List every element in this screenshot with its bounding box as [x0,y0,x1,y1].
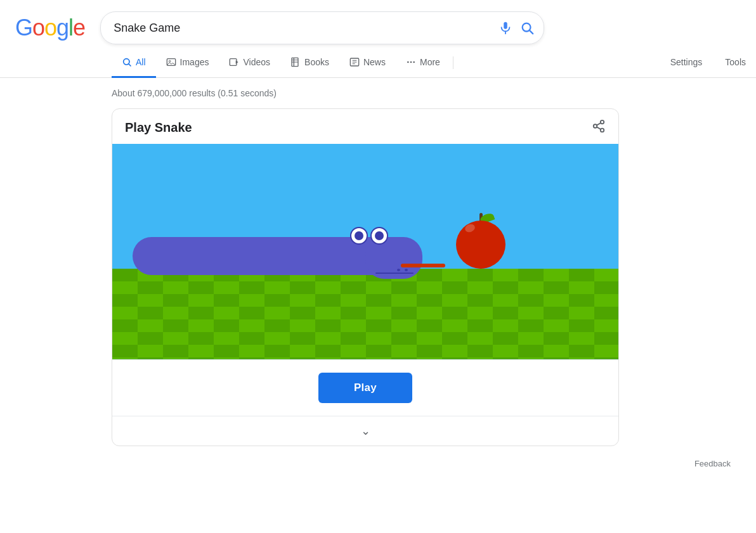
tab-all-label: All [136,57,146,67]
game-action-area: Play [112,359,618,416]
nav-settings: Settings Tools [660,48,756,77]
svg-point-19 [410,61,412,63]
svg-point-21 [601,120,604,124]
tab-videos[interactable]: Videos [219,48,280,78]
nav-divider [453,56,453,69]
snake-head [365,237,422,279]
search-bar: Snake Game [100,11,544,44]
game-card: Play Snake [112,108,619,446]
all-search-icon [122,57,132,67]
tools-link[interactable]: Tools [715,48,756,78]
tab-news-label: News [363,57,386,67]
search-icons [499,21,534,35]
svg-line-25 [597,123,601,125]
tab-news[interactable]: News [339,48,396,78]
news-icon [349,57,360,67]
svg-rect-8 [230,59,237,66]
svg-point-18 [407,61,409,63]
svg-line-24 [597,127,601,129]
more-dots-icon [406,57,416,67]
svg-point-23 [601,129,604,132]
chevron-down-icon: ⌄ [361,424,370,438]
svg-rect-29 [112,269,618,359]
tab-videos-label: Videos [243,57,270,67]
images-icon [166,57,176,67]
google-logo: Google [15,15,85,41]
tools-label: Tools [725,57,746,67]
tab-books[interactable]: Books [280,48,339,78]
tab-books-label: Books [304,57,329,67]
mic-icon[interactable] [499,21,512,35]
svg-point-7 [169,60,171,62]
tab-all[interactable]: All [112,48,156,78]
tab-more-label: More [420,57,440,67]
search-icon[interactable] [520,21,534,35]
videos-icon [229,57,239,67]
results-count: About 679,000,000 results (0.51 seconds) [0,78,756,103]
play-button[interactable]: Play [318,373,412,403]
search-input[interactable]: Snake Game [114,22,508,35]
header: Google Snake Game [0,0,756,44]
nav-bar: All Images Videos [0,48,756,78]
svg-line-5 [129,64,131,66]
game-title: Play Snake [125,120,192,135]
game-card-header: Play Snake [112,109,618,144]
books-icon [290,57,301,67]
settings-link[interactable]: Settings [660,48,713,78]
game-canvas [112,144,618,359]
tab-images[interactable]: Images [156,48,219,78]
tab-images-label: Images [180,57,209,67]
share-icon[interactable] [592,119,606,136]
game-expand[interactable]: ⌄ [112,416,618,446]
svg-point-20 [413,61,415,63]
tab-more[interactable]: More [396,48,450,78]
snake-body [133,237,386,275]
svg-rect-0 [504,22,507,29]
svg-line-3 [530,30,533,34]
apple [456,213,507,270]
settings-label: Settings [670,57,703,67]
ground-area [112,269,618,359]
feedback-link[interactable]: Feedback [0,446,756,468]
search-bar-container: Snake Game [100,11,544,44]
snake-tongue [401,264,445,267]
svg-point-22 [594,124,597,128]
